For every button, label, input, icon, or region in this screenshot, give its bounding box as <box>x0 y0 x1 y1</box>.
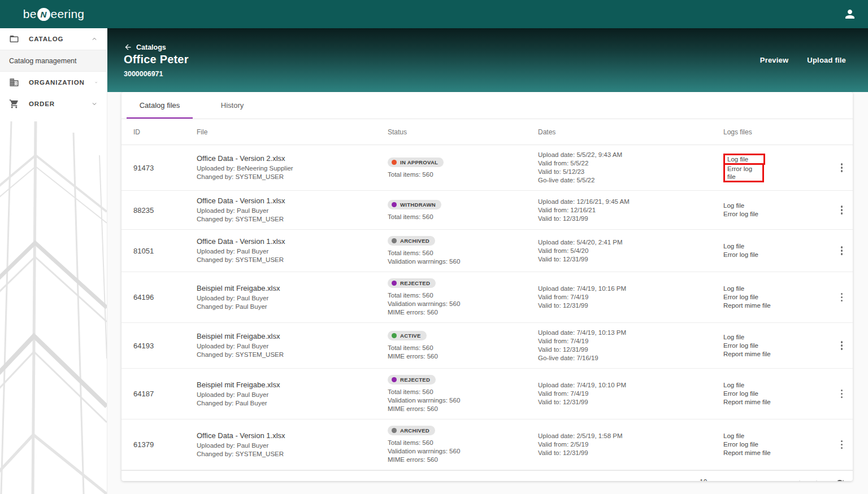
organization-icon <box>9 77 19 88</box>
file-cell: Beispiel mit Freigabe.xlsx Uploaded by: … <box>197 332 388 359</box>
file-uploaded-by: Uploaded by: BeNeering Supplier <box>197 164 388 173</box>
dates-cell: Upload date: 7/4/19, 10:16 PMValid from:… <box>538 285 723 310</box>
table-row: 64193 Beispiel mit Freigabe.xlsx Uploade… <box>121 323 853 369</box>
brand-logo-prefix: be <box>23 7 37 21</box>
file-name: Beispiel mit Freigabe.xlsx <box>197 284 388 292</box>
log-file-link[interactable]: Error log file <box>723 210 831 218</box>
file-changed-by: Changed by: Paul Buyer <box>197 399 388 408</box>
logs-cell: Log fileError log file <box>723 202 831 218</box>
logs-cell: Log fileError log file <box>723 242 831 259</box>
date-line: Valid to: 12/31/99 <box>538 255 723 264</box>
user-account-button[interactable] <box>843 7 857 21</box>
tab-catalog-files[interactable]: Catalog files <box>127 92 193 119</box>
log-file-link[interactable]: Error log file <box>723 390 831 398</box>
status-label: WITHDRAWN <box>400 202 436 208</box>
status-label: ARCHIVED <box>400 238 429 244</box>
log-file-link[interactable]: Log file <box>723 333 831 342</box>
log-file-link[interactable]: Log file <box>723 381 831 390</box>
table-body: 91473 Office Data - Version 2.xlsx Uploa… <box>121 145 853 470</box>
arrow-back-icon <box>124 43 132 51</box>
dates-cell: Upload date: 7/4/19, 10:13 PMValid from:… <box>538 329 723 362</box>
items-per-page-select[interactable]: 10 <box>698 478 731 481</box>
log-file-link[interactable]: Log file <box>723 242 831 251</box>
status-line: Validation warrnings: 560 <box>388 300 538 308</box>
file-changed-by: Changed by: Paul Buyer <box>197 303 388 311</box>
log-file-link[interactable]: Report mime file <box>723 449 831 457</box>
status-lines: Total items: 560Validation warrnings: 56… <box>388 439 538 464</box>
row-id: 88235 <box>133 206 197 215</box>
content-area: Catalog files History ID File Status Dat… <box>107 92 868 494</box>
catalog-files-card: Catalog files History ID File Status Dat… <box>121 92 853 481</box>
status-line: Total items: 560 <box>388 171 538 179</box>
sidebar-item-catalog-management[interactable]: Catalog management <box>0 50 107 72</box>
sidebar-item-order[interactable]: ORDER <box>0 93 107 115</box>
date-line: Go-live date: 7/16/19 <box>538 354 723 362</box>
preview-button[interactable]: Preview <box>760 56 789 64</box>
log-file-link[interactable]: Error log file <box>723 342 831 350</box>
file-cell: Beispiel mit Freigabe.xlsx Uploaded by: … <box>197 284 388 311</box>
log-file-link[interactable]: Report mime file <box>723 301 831 310</box>
log-file-link[interactable]: Error log file <box>723 163 764 182</box>
row-actions-menu-button[interactable] <box>841 204 843 216</box>
file-uploaded-by: Uploaded by: Paul Buyer <box>197 342 388 351</box>
file-cell: Office Data - Version 2.xlsx Uploaded by… <box>197 154 388 181</box>
log-file-link[interactable]: Log file <box>723 432 831 440</box>
sidebar-item-label: ORDER <box>29 100 55 107</box>
date-line: Upload date: 2/5/19, 1:58 PM <box>538 432 723 440</box>
log-file-link[interactable]: Error log file <box>723 293 831 301</box>
status-badge: WITHDRAWN <box>388 200 441 209</box>
row-actions-menu-button[interactable] <box>841 291 843 303</box>
sidebar-item-catalog[interactable]: CATALOG <box>0 28 107 50</box>
table-row: 64196 Beispiel mit Freigabe.xlsx Uploade… <box>121 272 853 323</box>
brand-logo-n-icon: N <box>37 8 50 21</box>
back-to-catalogs-button[interactable]: Catalogs <box>124 43 166 51</box>
log-file-link[interactable]: Error log file <box>723 251 831 259</box>
row-actions-menu-button[interactable] <box>841 439 843 451</box>
status-line: MIME errors: 560 <box>388 308 538 317</box>
status-badge: ARCHIVED <box>388 426 435 435</box>
log-file-link[interactable]: Error log file <box>723 440 831 449</box>
status-lines: Total items: 560Validation warrnings: 56… <box>388 388 538 413</box>
page-title: Office Peter <box>124 53 189 66</box>
upload-file-button[interactable]: Upload file <box>807 56 846 64</box>
paginator: Items per page: 10 1 – 7 of 7 <box>121 470 853 481</box>
dates-cell: Upload date: 7/4/19, 10:10 PMValid from:… <box>538 381 723 406</box>
status-line: MIME errors: 560 <box>388 456 538 464</box>
status-line: Validation warrnings: 560 <box>388 257 538 266</box>
date-line: Valid from: 5/5/22 <box>538 159 723 168</box>
sidebar-item-organization[interactable]: ORGANIZATION <box>0 72 107 93</box>
date-line: Upload date: 7/4/19, 10:10 PM <box>538 381 723 390</box>
file-uploaded-by: Uploaded by: Paul Buyer <box>197 391 388 399</box>
table-row: 88235 Office Data - Version 1.xlsx Uploa… <box>121 191 853 230</box>
log-file-link[interactable]: Log file <box>723 285 831 293</box>
logs-cell: Log fileError log fileReport mime file <box>723 432 831 457</box>
next-page-button[interactable] <box>811 477 824 481</box>
status-line: MIME errors: 560 <box>388 352 538 361</box>
row-actions-menu-button[interactable] <box>841 388 843 400</box>
status-cell: ACTIVE Total items: 560MIME errors: 560 <box>388 330 538 361</box>
row-id: 91473 <box>133 164 197 172</box>
log-file-link[interactable]: Report mime file <box>723 398 831 406</box>
status-dot-icon <box>392 202 397 207</box>
row-actions-menu-button[interactable] <box>841 245 843 257</box>
row-actions-menu-button[interactable] <box>841 340 843 352</box>
row-actions-menu-button[interactable] <box>841 162 843 174</box>
date-line: Valid from: 12/16/21 <box>538 206 723 215</box>
status-dot-icon <box>392 238 397 243</box>
log-file-link[interactable]: Log file <box>723 202 831 210</box>
log-file-link[interactable]: Report mime file <box>723 350 831 359</box>
previous-page-button[interactable] <box>792 477 805 481</box>
status-line: Total items: 560 <box>388 291 538 300</box>
table-row: 61379 Office Data - Version 1.xlsx Uploa… <box>121 419 853 470</box>
sidebar-item-label: ORGANIZATION <box>29 79 85 86</box>
tab-history[interactable]: History <box>193 92 272 119</box>
page-range-label: 1 – 7 of 7 <box>747 480 774 481</box>
refresh-button[interactable] <box>834 478 845 481</box>
status-lines: Total items: 560MIME errors: 560 <box>388 344 538 361</box>
status-cell: WITHDRAWN Total items: 560 <box>388 199 538 221</box>
person-icon <box>843 7 857 21</box>
file-changed-by: Changed by: SYSTEM_USER <box>197 450 388 458</box>
file-uploaded-by: Uploaded by: Paul Buyer <box>197 441 388 450</box>
column-header-status: Status <box>388 128 538 136</box>
status-cell: REJECTED Total items: 560Validation warr… <box>388 374 538 413</box>
